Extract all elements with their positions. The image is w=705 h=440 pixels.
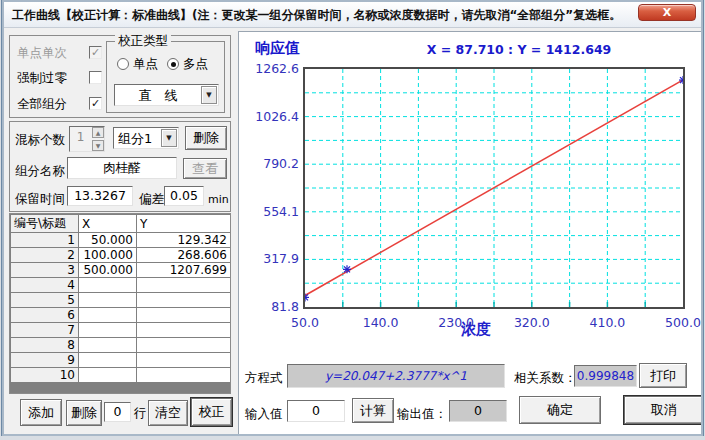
- stepper-down-icon[interactable]: ▼: [92, 140, 104, 151]
- table-row: 2100.000268.606: [11, 248, 231, 263]
- single-point-single-checkbox[interactable]: ✓: [89, 46, 102, 59]
- row-number-cell: 1: [11, 233, 79, 248]
- y-value-cell[interactable]: [137, 338, 231, 353]
- component-groupbox: 混标个数 1 ▲ ▼ 组分1 ▼ 删除 组分名称 肉桂醛 查看 保留时间 13.…: [9, 121, 231, 212]
- mix-count-stepper[interactable]: 1 ▲ ▼: [69, 126, 105, 152]
- calibration-plot[interactable]: [305, 69, 683, 307]
- y-value-cell[interactable]: [137, 353, 231, 368]
- standards-table-container: 编号\标题 X Y 150.000129.3422100.000268.6063…: [9, 213, 231, 394]
- x-tick-label: 410.0: [581, 315, 633, 330]
- y-value-cell[interactable]: [137, 323, 231, 338]
- force-zero-checkbox[interactable]: [89, 71, 102, 84]
- correlation-label: 相关系数：: [514, 370, 577, 387]
- chart-panel: 响应值 X = 87.710 : Y = 1412.649 浓度 方程式： y=…: [238, 31, 703, 436]
- table-header-x: X: [79, 215, 137, 233]
- table-row: 8: [11, 338, 231, 353]
- force-zero-label: 强制过零: [17, 70, 67, 87]
- curve-type-dropdown[interactable]: 直 线 ▼: [114, 84, 219, 106]
- retention-time-label: 保留时间: [15, 191, 65, 208]
- x-tick-label: 140.0: [355, 315, 407, 330]
- single-point-radio-label: 单点: [133, 56, 158, 73]
- calculate-button[interactable]: 计算: [352, 398, 394, 423]
- delete-row-button[interactable]: 删除: [66, 400, 102, 426]
- table-row: 7: [11, 323, 231, 338]
- table-header-corner: 编号\标题: [11, 215, 79, 233]
- x-value-cell[interactable]: 100.000: [79, 248, 137, 263]
- y-tick-label: 81.8: [241, 299, 299, 314]
- single-point-single-label: 单点单次: [17, 45, 67, 62]
- all-components-checkbox[interactable]: ✓: [89, 97, 102, 110]
- y-value-cell[interactable]: [137, 278, 231, 293]
- curve-type-value: 直 线: [115, 87, 201, 105]
- mix-count-value: 1: [70, 130, 91, 144]
- row-number-cell: 5: [11, 293, 79, 308]
- print-button[interactable]: 打印: [639, 363, 687, 388]
- component-name-input[interactable]: 肉桂醛: [67, 157, 177, 179]
- all-components-label: 全部组分: [17, 96, 67, 113]
- view-button[interactable]: 查看: [183, 158, 227, 179]
- y-value-cell[interactable]: [137, 308, 231, 323]
- y-value-cell[interactable]: 1207.699: [137, 263, 231, 278]
- calibration-type-legend: 校正类型: [115, 33, 171, 50]
- chart-title: 响应值: [255, 39, 300, 58]
- output-value-field: 0: [449, 400, 507, 422]
- calibrate-button[interactable]: 校正: [191, 398, 232, 426]
- add-row-button[interactable]: 添加: [20, 399, 62, 426]
- x-tick-label: 500.0: [657, 315, 703, 330]
- x-value-cell[interactable]: 50.000: [79, 233, 137, 248]
- delete-component-button[interactable]: 删除: [185, 126, 227, 150]
- x-value-cell[interactable]: [79, 368, 137, 383]
- table-row: 150.000129.342: [11, 233, 231, 248]
- stepper-up-icon[interactable]: ▲: [92, 127, 104, 138]
- component-select-dropdown[interactable]: 组分1 ▼: [113, 127, 179, 149]
- row-count-input[interactable]: 0: [104, 402, 131, 422]
- output-value-label: 输出值：: [397, 406, 447, 423]
- options-groupbox: 单点单次 ✓ 强制过零 全部组分 ✓ 校正类型 单点 多点 直 线 ▼: [9, 35, 231, 118]
- x-value-cell[interactable]: [79, 308, 137, 323]
- title-bar: 工作曲线【校正计算：标准曲线】(注：更改某一组分保留时间，名称或浓度数据时，请先…: [4, 2, 701, 28]
- clear-button[interactable]: 清空: [148, 400, 188, 426]
- mix-count-label: 混标个数: [15, 132, 65, 149]
- table-row: 3500.0001207.699: [11, 263, 231, 278]
- cancel-button[interactable]: 取消: [624, 396, 703, 424]
- row-number-cell: 4: [11, 278, 79, 293]
- table-header-y: Y: [137, 215, 231, 233]
- component-select-value: 组分1: [114, 130, 161, 148]
- row-number-cell: 7: [11, 323, 79, 338]
- retention-time-input[interactable]: 13.3267: [67, 186, 133, 206]
- chevron-down-icon[interactable]: ▼: [201, 86, 217, 104]
- table-row: 9: [11, 353, 231, 368]
- x-tick-label: 50.0: [279, 315, 331, 330]
- x-value-cell[interactable]: [79, 278, 137, 293]
- single-point-radio[interactable]: [117, 58, 129, 70]
- input-value-field[interactable]: 0: [287, 400, 345, 422]
- x-value-cell[interactable]: [79, 338, 137, 353]
- x-value-cell[interactable]: [79, 323, 137, 338]
- y-value-cell[interactable]: [137, 293, 231, 308]
- ok-button[interactable]: 确定: [519, 396, 601, 424]
- row-number-cell: 10: [11, 368, 79, 383]
- window-title: 工作曲线【校正计算：标准曲线】(注：更改某一组分保留时间，名称或浓度数据时，请先…: [12, 7, 621, 24]
- multi-point-radio[interactable]: [167, 58, 179, 70]
- close-button[interactable]: X: [638, 4, 696, 21]
- y-tick-label: 790.2: [241, 156, 299, 171]
- table-row: 5: [11, 293, 231, 308]
- plot-frame: [303, 67, 685, 309]
- row-number-cell: 3: [11, 263, 79, 278]
- y-value-cell[interactable]: 129.342: [137, 233, 231, 248]
- row-number-cell: 6: [11, 308, 79, 323]
- deviation-input[interactable]: 0.05: [164, 186, 204, 206]
- y-value-cell[interactable]: [137, 368, 231, 383]
- y-value-cell[interactable]: 268.606: [137, 248, 231, 263]
- deviation-label: 偏差: [139, 191, 164, 208]
- row-number-cell: 9: [11, 353, 79, 368]
- y-tick-label: 1262.6: [241, 61, 299, 76]
- correlation-field: 0.999848: [574, 365, 637, 387]
- deviation-unit: min: [208, 193, 229, 206]
- table-row: 6: [11, 308, 231, 323]
- chevron-down-icon[interactable]: ▼: [161, 129, 177, 147]
- x-value-cell[interactable]: [79, 353, 137, 368]
- x-value-cell[interactable]: [79, 293, 137, 308]
- component-name-label: 组分名称: [15, 163, 65, 180]
- x-value-cell[interactable]: 500.000: [79, 263, 137, 278]
